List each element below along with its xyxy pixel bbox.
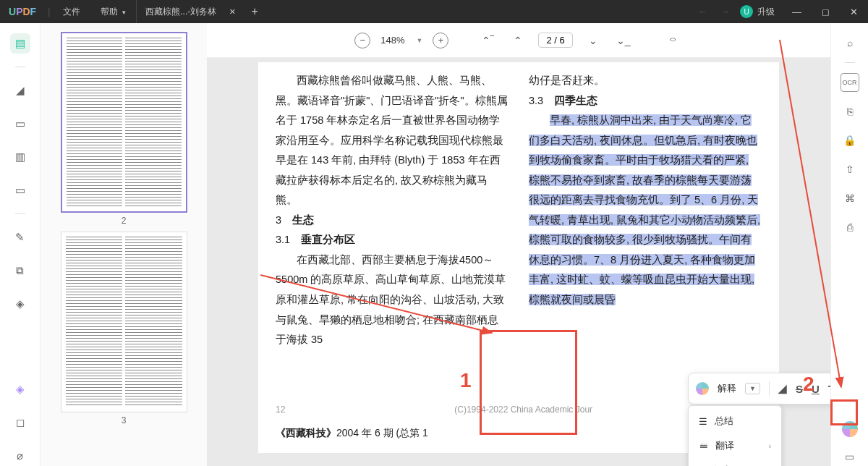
journal-title: 《西藏科技》2004 年 6 期 (总第 1 <box>276 423 428 443</box>
link-icon[interactable]: ⌘ <box>841 189 859 208</box>
viewer: − 148% ▼ + ⌃‾ ⌃ 2 / 6 ⌄ ⌄_ ⌔ 西藏棕熊曾俗叫做藏马熊… <box>207 23 830 466</box>
comment-icon[interactable]: ▭ <box>10 114 30 134</box>
stamp-icon[interactable]: ◈ <box>10 294 30 314</box>
thumb-label: 2 <box>49 216 198 226</box>
menu-help[interactable]: 帮助 <box>90 6 136 18</box>
lock-icon[interactable]: 🔒 <box>841 131 859 150</box>
presentation-button[interactable]: ⌔ <box>663 30 683 51</box>
menu-file[interactable]: 文件 <box>53 6 90 18</box>
maximize-button[interactable]: ◻ <box>812 7 840 17</box>
thumb-page-2[interactable]: 2 <box>49 32 198 226</box>
paragraph: 幼仔是否赶来。 <box>529 71 762 91</box>
translate-icon: ⩸ <box>699 441 708 452</box>
paragraph: 在西藏北部、西部主要栖息于海拔4500～5500m 的高原草原、高山草甸草原、山… <box>276 250 509 350</box>
ocr-icon[interactable]: OCR <box>841 73 859 92</box>
add-tab-button[interactable]: + <box>251 5 258 18</box>
last-page-button[interactable]: ⌄_ <box>613 30 634 51</box>
thumbnail-panel: 2 3 <box>41 23 207 466</box>
ai-explain-button[interactable]: 解释 <box>718 382 736 395</box>
toolbar: − 148% ▼ + ⌃‾ ⌃ 2 / 6 ⌄ ⌄_ ⌔ <box>207 23 830 58</box>
app-logo: UPDF <box>0 6 45 17</box>
document-area: 西藏棕熊曾俗叫做藏马熊、人熊、马熊、黑。藏语译音"折蒙"、门巴语译音"折冬"。棕… <box>207 58 830 466</box>
close-button[interactable]: ✕ <box>840 7 868 17</box>
highlighted-text[interactable]: 早春, 棕熊从洞中出来, 由于天气尚寒冷, 它们多白天活动, 夜间休息。但饥急后… <box>529 114 760 305</box>
tab-title: 西藏棕熊...-刘务林 <box>145 6 216 18</box>
document-tab[interactable]: 西藏棕熊...-刘务林 × <box>136 0 244 23</box>
reader-icon[interactable]: ▥ <box>10 147 30 167</box>
ai-dropdown: ☰总结 ⩸翻译› ⊡解释 <box>688 405 782 466</box>
left-column: 西藏棕熊曾俗叫做藏马熊、人熊、马熊、黑。藏语译音"折蒙"、门巴语译音"折冬"。棕… <box>276 71 509 444</box>
text-icon[interactable]: T <box>828 383 830 395</box>
ai-toolbar: 解释 ▼ ◢ S U T ▭ ⧉ <box>688 373 830 404</box>
extract-icon[interactable]: ⎘ <box>841 102 859 121</box>
layers-icon[interactable]: ◈ <box>10 379 30 399</box>
back-button[interactable]: ← <box>692 6 714 17</box>
prev-page-button[interactable]: ⌃ <box>508 30 528 51</box>
page-input[interactable]: 2 / 6 <box>538 33 572 48</box>
ai-translate-item[interactable]: ⩸翻译› <box>689 433 781 458</box>
titlebar: UPDF | 文件 帮助 西藏棕熊...-刘务林 × + ← → U 升级 — … <box>0 0 868 23</box>
minimize-button[interactable]: — <box>782 7 812 17</box>
underline-icon[interactable]: U <box>812 383 820 395</box>
crop-icon[interactable]: ⧉ <box>10 260 30 281</box>
ai-summary-item[interactable]: ☰总结 <box>689 409 781 433</box>
feedback-icon[interactable]: ▭ <box>841 447 859 466</box>
paragraph: 西藏棕熊曾俗叫做藏马熊、人熊、马熊、黑。藏语译音"折蒙"、门巴语译音"折冬"。棕… <box>276 71 509 211</box>
page-number: 12 <box>276 402 285 418</box>
zoom-level[interactable]: 148% <box>380 35 404 46</box>
chevron-down-icon[interactable]: ▼ <box>745 383 760 394</box>
thumb-label: 3 <box>49 415 198 425</box>
forward-button[interactable]: → <box>714 6 736 17</box>
thumb-page-3[interactable]: 3 <box>49 232 198 425</box>
zoom-in-button[interactable]: + <box>433 33 448 48</box>
list-icon: ☰ <box>699 416 707 427</box>
thumbnails-icon[interactable]: ▤ <box>10 33 30 54</box>
highlight-icon[interactable]: ◢ <box>778 382 787 395</box>
chevron-right-icon: › <box>769 442 771 450</box>
bookmark-icon[interactable]: ◻ <box>10 412 30 433</box>
attachment-icon[interactable]: ⌀ <box>10 446 30 466</box>
avatar[interactable]: U <box>740 5 753 18</box>
search-icon[interactable]: ⌕ <box>841 33 859 52</box>
ai-explain-item[interactable]: ⊡解释 <box>689 458 781 466</box>
strikethrough-icon[interactable]: S <box>796 383 803 395</box>
first-page-button[interactable]: ⌃‾ <box>477 30 498 51</box>
print-icon[interactable]: ⎙ <box>841 218 859 237</box>
left-sidebar: ▤ ◢ ▭ ▥ ▭ ✎ ⧉ ◈ ◈ ◻ ⌀ <box>0 23 41 466</box>
ai-logo-icon <box>696 382 709 395</box>
close-icon[interactable]: × <box>229 6 235 17</box>
upgrade-label[interactable]: 升级 <box>757 6 775 18</box>
right-sidebar: ⌕ OCR ⎘ 🔒 ⇧ ⌘ ⎙ ▭ <box>830 23 868 466</box>
next-page-button[interactable]: ⌄ <box>583 30 603 51</box>
ai-assistant-button[interactable] <box>842 421 858 437</box>
notes-icon[interactable]: ▭ <box>10 180 30 200</box>
chevron-down-icon[interactable]: ▼ <box>417 37 423 44</box>
highlight-icon[interactable]: ◢ <box>10 80 30 101</box>
zoom-out-button[interactable]: − <box>354 33 370 48</box>
edit-icon[interactable]: ✎ <box>10 227 30 247</box>
share-icon[interactable]: ⇧ <box>841 160 859 179</box>
